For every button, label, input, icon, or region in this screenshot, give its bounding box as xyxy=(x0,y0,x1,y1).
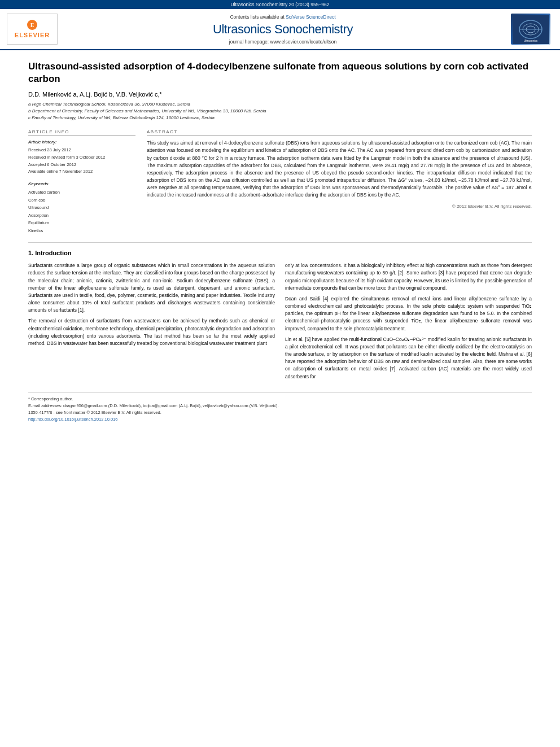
section-divider xyxy=(28,242,532,243)
affiliations: a High Chemical Technological School, Ko… xyxy=(28,101,532,121)
journal-homepage: journal homepage: www.elsevier.com/locat… xyxy=(229,39,336,45)
us-icon: Ultrasonics xyxy=(511,14,550,45)
right-para-1: only at low concentrations. It has a bio… xyxy=(285,262,532,292)
body-columns: Surfactants constitute a large group of … xyxy=(28,262,532,384)
footnote-email: E-mail addresses: dragan956@gmail.com (D… xyxy=(28,403,532,409)
intro-para-1: Surfactants constitute a large group of … xyxy=(28,262,275,314)
intro-para-2: The removal or destruction of surfactant… xyxy=(28,317,275,347)
authors-line: D.D. Milenković a, A.Lj. Bojić b, V.B. V… xyxy=(28,91,532,98)
main-content: Ultrasound-assisted adsorption of 4-dode… xyxy=(0,50,560,433)
journal-volume-info: Ultrasonics Sonochemistry 20 (2013) 955–… xyxy=(0,0,560,9)
footnote-issn: 1350-4177/$ - see front matter © 2012 El… xyxy=(28,409,532,416)
keyword-3: Ultrasound xyxy=(28,204,135,212)
journal-title-block: Contents lists available at SciVerse Sci… xyxy=(63,14,502,45)
article-history: Article history: Received 28 July 2012 R… xyxy=(28,139,135,176)
footnote-doi: http://dx.doi.org/10.1016/j.ultsonch.201… xyxy=(28,416,532,423)
article-info-label: ARTICLE INFO xyxy=(28,129,135,136)
keyword-2: Corn cob xyxy=(28,196,135,204)
keywords-heading: Keywords: xyxy=(28,181,135,186)
affiliation-c: c Faculty of Technology, University of N… xyxy=(28,115,215,120)
journal-logo-right: Ultrasonics xyxy=(508,14,553,45)
section1-heading: 1. Introduction xyxy=(28,250,532,256)
journal-title: Ultrasonics Sonochemistry xyxy=(213,22,353,37)
keyword-6: Kinetics xyxy=(28,227,135,235)
elsevier-logo: E ELSEVIER xyxy=(7,14,58,45)
article-title: Ultrasound-assisted adsorption of 4-dode… xyxy=(28,60,532,85)
right-para-2: Doan and Saidi [4] explored the simultan… xyxy=(285,295,532,333)
svg-text:Ultrasonics: Ultrasonics xyxy=(523,39,537,42)
abstract-label: ABSTRACT xyxy=(147,129,532,136)
volume-text: Ultrasonics Sonochemistry 20 (2013) 955–… xyxy=(231,2,330,7)
footnotes: * Corresponding author. E-mail addresses… xyxy=(28,392,532,423)
body-right-col: only at low concentrations. It has a bio… xyxy=(285,262,532,384)
received-date: Received 28 July 2012 xyxy=(28,147,135,154)
revised-date: Received in revised form 3 October 2012 xyxy=(28,154,135,161)
elsevier-wordmark: ELSEVIER xyxy=(15,32,50,38)
affiliation-a: a High Chemical Technological School, Ko… xyxy=(28,102,190,107)
copyright-line: © 2012 Elsevier B.V. All rights reserved… xyxy=(147,204,532,209)
keyword-1: Activated carbon xyxy=(28,189,135,196)
history-heading: Article history: xyxy=(28,139,135,145)
keywords-section: Keywords: Activated carbon Corn cob Ultr… xyxy=(28,181,135,234)
journal-header: E ELSEVIER Contents lists available at S… xyxy=(0,9,560,50)
footnote-star: * Corresponding author. xyxy=(28,396,532,403)
article-info-col: ARTICLE INFO Article history: Received 2… xyxy=(28,129,135,234)
article-info-abstract: ARTICLE INFO Article history: Received 2… xyxy=(28,129,532,234)
contents-available-text: Contents lists available at SciVerse Sci… xyxy=(230,14,335,20)
available-date: Available online 7 November 2012 xyxy=(28,168,135,176)
right-para-3: Lin et al. [5] have applied the multi-fu… xyxy=(285,336,532,381)
abstract-text: This study was aimed at removal of 4-dod… xyxy=(147,139,532,199)
accepted-date: Accepted 6 October 2012 xyxy=(28,161,135,169)
body-left-col: Surfactants constitute a large group of … xyxy=(28,262,275,384)
keyword-5: Equilibrium xyxy=(28,219,135,227)
affiliation-b: b Department of Chemistry, Faculty of Sc… xyxy=(28,108,266,113)
abstract-col: ABSTRACT This study was aimed at removal… xyxy=(147,129,532,234)
keyword-4: Adsorption xyxy=(28,212,135,220)
